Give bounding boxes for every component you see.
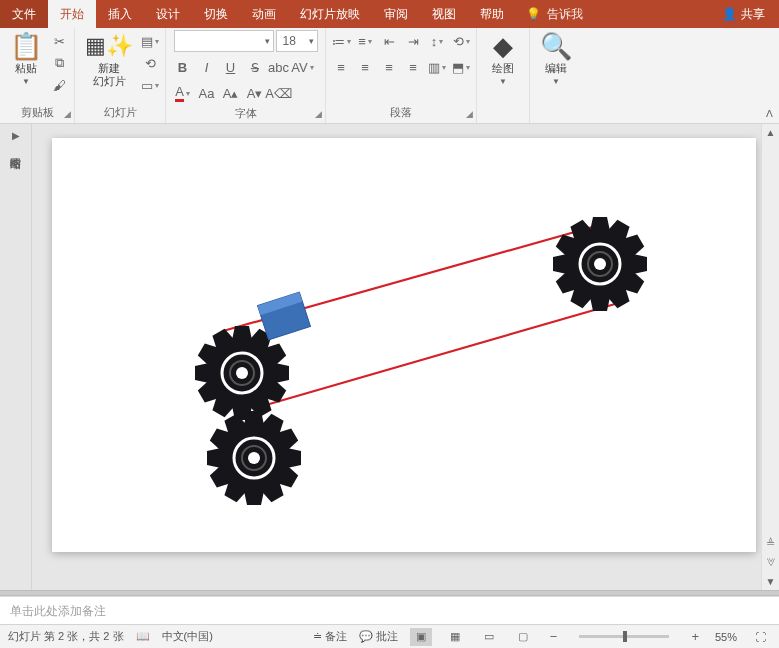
columns-button[interactable]: ▥	[428, 58, 446, 76]
collapse-ribbon-button[interactable]: ᐱ	[766, 108, 773, 119]
zoom-out-button[interactable]: −	[546, 629, 562, 644]
clear-format-button[interactable]: A⌫	[270, 84, 288, 102]
font-size-combo[interactable]: 18	[276, 30, 318, 52]
group-paragraph: ≔ ≡ ⇤ ⇥ ↕ ⟲ ≡ ≡ ≡ ≡ ▥ ⬒ 段落 ◢	[326, 28, 477, 123]
char-spacing-button[interactable]: AV	[294, 58, 312, 76]
reading-view-button[interactable]: ▭	[478, 628, 500, 646]
group-clipboard-label: 剪贴板	[6, 103, 68, 123]
tab-review[interactable]: 审阅	[372, 0, 420, 28]
bullets-button[interactable]: ≔	[332, 32, 350, 50]
bold-button[interactable]: B	[174, 58, 192, 76]
clipboard-icon: 📋	[10, 32, 42, 60]
font-dialog-launcher[interactable]: ◢	[315, 109, 322, 119]
comments-toggle-label: 批注	[376, 630, 398, 642]
work-area: ▶ 缩略图	[0, 124, 779, 590]
numbering-button[interactable]: ≡	[356, 32, 374, 50]
tab-help[interactable]: 帮助	[468, 0, 516, 28]
language-indicator[interactable]: 中文(中国)	[162, 629, 213, 644]
notes-toggle[interactable]: ≐ 备注	[313, 629, 347, 644]
ribbon-tabs: 文件 开始 插入 设计 切换 动画 幻灯片放映 审阅 视图 帮助 💡 告诉我 👤…	[0, 0, 779, 28]
ribbon: 📋 粘贴 ▼ ✂ ⧉ 🖌 剪贴板 ◢ ▦✨ 新建 幻灯片	[0, 28, 779, 124]
align-center-button[interactable]: ≡	[356, 58, 374, 76]
paste-label: 粘贴	[15, 62, 37, 75]
vertical-scrollbar[interactable]: ▲ ▼	[761, 124, 779, 590]
next-slide-button[interactable]: ⩔	[766, 556, 777, 568]
group-editing: 🔍 编辑 ▼ .	[530, 28, 582, 123]
expand-thumbnails-icon[interactable]: ▶	[12, 130, 20, 141]
zoom-level[interactable]: 55%	[715, 631, 737, 643]
reset-slide-button[interactable]: ⟲	[141, 54, 159, 72]
svg-point-13	[248, 452, 260, 464]
tab-animations[interactable]: 动画	[240, 0, 288, 28]
share-button[interactable]: 👤 共享	[708, 6, 779, 23]
slide[interactable]	[52, 138, 756, 552]
tell-me-search[interactable]: 💡 告诉我	[516, 6, 593, 23]
drawing-button[interactable]: ◆ 绘图 ▼	[483, 30, 523, 88]
find-icon: 🔍	[540, 32, 572, 60]
font-name-combo[interactable]	[174, 30, 274, 52]
editing-button[interactable]: 🔍 编辑 ▼	[536, 30, 576, 88]
cut-button[interactable]: ✂	[50, 32, 68, 50]
zoom-slider[interactable]	[579, 635, 669, 638]
svg-line-1	[259, 302, 622, 407]
align-right-button[interactable]: ≡	[380, 58, 398, 76]
copy-button[interactable]: ⧉	[50, 54, 68, 72]
paragraph-dialog-launcher[interactable]: ◢	[466, 109, 473, 119]
comments-toggle[interactable]: 💬 批注	[359, 629, 398, 644]
clipboard-dialog-launcher[interactable]: ◢	[64, 109, 71, 119]
svg-point-5	[594, 258, 606, 270]
paste-button[interactable]: 📋 粘贴 ▼	[6, 30, 46, 88]
sorter-view-button[interactable]: ▦	[444, 628, 466, 646]
italic-button[interactable]: I	[198, 58, 216, 76]
font-color-button[interactable]: A	[174, 84, 192, 102]
normal-view-button[interactable]: ▣	[410, 628, 432, 646]
status-bar: 幻灯片 第 2 张，共 2 张 📖 中文(中国) ≐ 备注 💬 批注 ▣ ▦ ▭…	[0, 624, 779, 648]
increase-indent-button[interactable]: ⇥	[404, 32, 422, 50]
notes-toggle-label: 备注	[325, 630, 347, 642]
new-slide-button[interactable]: ▦✨ 新建 幻灯片	[81, 30, 137, 90]
slide-canvas-area: ▲ ▼ ≜ ⩔	[32, 124, 779, 590]
group-slides: ▦✨ 新建 幻灯片 ▤ ⟲ ▭ 幻灯片	[75, 28, 166, 123]
chevron-down-icon: ▼	[499, 77, 507, 86]
smartart-button[interactable]: ⬒	[452, 58, 470, 76]
slideshow-view-button[interactable]: ▢	[512, 628, 534, 646]
shadow-button[interactable]: abc	[270, 58, 288, 76]
thumbnail-pane-collapsed[interactable]: ▶ 缩略图	[0, 124, 32, 590]
slide-counter[interactable]: 幻灯片 第 2 张，共 2 张	[8, 629, 124, 644]
scroll-up-icon[interactable]: ▲	[766, 127, 776, 138]
share-icon: 👤	[722, 7, 737, 21]
strikethrough-button[interactable]: S̶	[246, 58, 264, 76]
decrease-font-button[interactable]: A▾	[246, 84, 264, 102]
justify-button[interactable]: ≡	[404, 58, 422, 76]
group-slides-label: 幻灯片	[81, 103, 159, 123]
underline-button[interactable]: U	[222, 58, 240, 76]
text-direction-button[interactable]: ⟲	[452, 32, 470, 50]
line-spacing-button[interactable]: ↕	[428, 32, 446, 50]
scroll-down-icon[interactable]: ▼	[766, 576, 776, 587]
prev-slide-button[interactable]: ≜	[766, 537, 777, 550]
tab-insert[interactable]: 插入	[96, 0, 144, 28]
increase-font-button[interactable]: A▴	[222, 84, 240, 102]
format-painter-button[interactable]: 🖌	[50, 76, 68, 94]
tab-home[interactable]: 开始	[48, 0, 96, 28]
chevron-down-icon: ▼	[22, 77, 30, 86]
tab-view[interactable]: 视图	[420, 0, 468, 28]
group-clipboard: 📋 粘贴 ▼ ✂ ⧉ 🖌 剪贴板 ◢	[0, 28, 75, 123]
tab-file[interactable]: 文件	[0, 0, 48, 28]
zoom-in-button[interactable]: +	[687, 629, 703, 644]
decrease-indent-button[interactable]: ⇤	[380, 32, 398, 50]
align-left-button[interactable]: ≡	[332, 58, 350, 76]
spellcheck-icon[interactable]: 📖	[136, 630, 150, 643]
section-button[interactable]: ▭	[141, 76, 159, 94]
group-font-label: 字体	[172, 104, 319, 124]
fit-to-window-button[interactable]: ⛶	[749, 628, 771, 646]
tab-slideshow[interactable]: 幻灯片放映	[288, 0, 372, 28]
slide-layout-button[interactable]: ▤	[141, 32, 159, 50]
change-case-button[interactable]: Aa	[198, 84, 216, 102]
tab-transitions[interactable]: 切换	[192, 0, 240, 28]
font-size-value: 18	[283, 34, 296, 48]
zoom-slider-thumb[interactable]	[623, 631, 627, 642]
tab-design[interactable]: 设计	[144, 0, 192, 28]
new-slide-icon: ▦✨	[85, 32, 133, 60]
notes-pane[interactable]: 单击此处添加备注	[0, 596, 779, 624]
